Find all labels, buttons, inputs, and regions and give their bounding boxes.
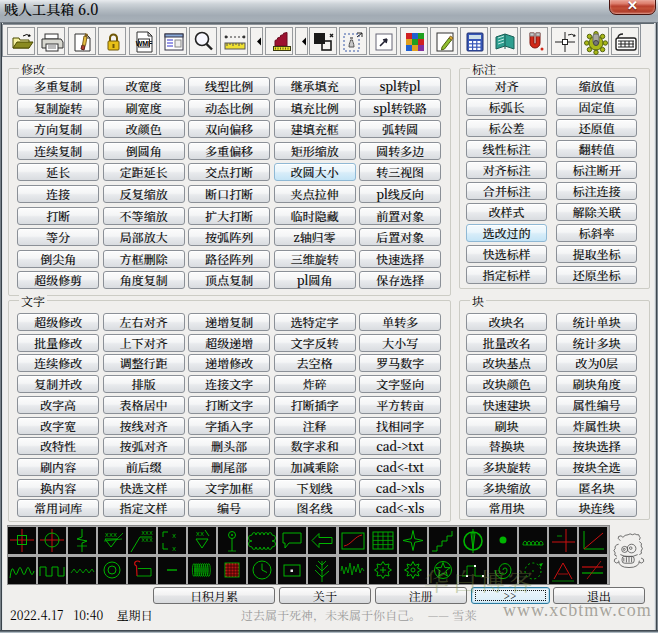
svg-text:xxx: xxx (105, 531, 118, 539)
svg-text:xx: xx (196, 530, 204, 538)
svg-text:x: x (172, 532, 176, 540)
svg-text:x: x (172, 545, 176, 553)
svg-text:xxx: xxx (141, 530, 153, 537)
svg-text:xxx: xxx (141, 537, 153, 544)
